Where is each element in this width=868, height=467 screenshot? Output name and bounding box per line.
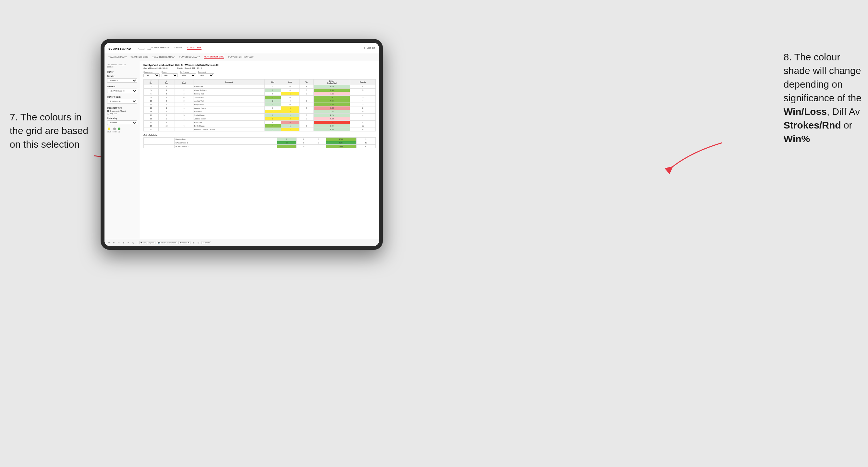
subnav-team-summary[interactable]: TEAM SUMMARY	[108, 55, 127, 59]
table-row: 5 2 2 Alexis Sudjianto 1 0 0 4.00 3	[144, 89, 376, 92]
toolbar-divider-1	[137, 241, 137, 245]
colour-by-section: Colour by Win/loss	[107, 117, 137, 126]
cell-conf: 4	[175, 96, 193, 99]
subnav-player-h2h-grid[interactable]: PLAYER H2H GRID	[204, 55, 224, 59]
out-of-division-table: Foreign Team 1 0 0 4.500 2 NAIA Division…	[144, 137, 376, 148]
table-row: 9 1 4 Sharon Mun 3 0 0 3.67 3	[144, 96, 376, 99]
cell-div: 5	[144, 89, 159, 92]
gender-select[interactable]: Women's	[107, 78, 137, 83]
cut-btn[interactable]: ✂	[127, 241, 130, 244]
ood-cell-win: 1	[277, 137, 296, 141]
cell-diff: -0.94	[313, 117, 350, 121]
cell-diff: 4.00	[313, 89, 350, 92]
cell-tie: 0	[300, 128, 314, 131]
radio-top100[interactable]: Top 100	[107, 113, 137, 115]
last-updated: Last Updated: 27/03/2024 16:55:38	[107, 64, 137, 68]
watch-btn[interactable]: 👁 Watch ▾	[179, 241, 190, 244]
cell-reg: 3	[158, 92, 175, 96]
cell-rounds: 4	[350, 99, 376, 103]
nav-right: | Sign out	[364, 47, 375, 49]
subnav-player-h2h-heatmap[interactable]: PLAYER H2H HEATMAP	[228, 55, 253, 59]
undo2-btn[interactable]: ↩	[117, 241, 120, 244]
undo-btn[interactable]: ↩	[107, 241, 111, 244]
subnav-player-summary[interactable]: PLAYER SUMMARY	[179, 55, 200, 59]
nav-committee[interactable]: COMMITTEE	[187, 46, 202, 50]
cell-div: 13	[144, 106, 159, 110]
cell-diff: 3.67	[313, 96, 350, 99]
colour-by-label: Colour by	[107, 117, 137, 119]
cell-conf: 7	[175, 128, 193, 131]
cell-tie: 0	[300, 114, 314, 117]
nav-tournaments[interactable]: TOURNAMENTS	[151, 46, 169, 50]
ood-cell-loss: 0	[296, 141, 311, 145]
opponent-view-section: Opponent view Opponents Played Top 100	[107, 107, 137, 115]
view-original-btn[interactable]: 👁 View: Original	[139, 241, 155, 244]
cell-rounds: 2	[350, 106, 376, 110]
col-loss: Loss	[281, 80, 300, 85]
table-row: 20 11 7 Federica Domecq Lacroze 2 1 0 1.…	[144, 128, 376, 131]
cell-conf: 2	[175, 121, 193, 124]
clock-btn[interactable]: ◷	[131, 241, 135, 244]
legend-level: Level	[113, 128, 117, 133]
division-select[interactable]: NCAA Division III	[107, 89, 137, 93]
cell-conf: 4	[175, 110, 193, 114]
cell-div: 18	[144, 121, 159, 124]
cell-win: 0	[265, 92, 281, 96]
cell-reg: 7	[158, 110, 175, 114]
cell-win: 1	[265, 103, 281, 106]
copy-btn[interactable]: ⊞	[122, 241, 125, 244]
subnav-team-h2h-grid[interactable]: TEAM H2H GRID	[131, 55, 149, 59]
cell-tie: 0	[300, 99, 314, 103]
region-filter-select[interactable]: (All)	[162, 73, 178, 77]
top-nav: SCOREBOARD Powered by clippd TOURNAMENTS…	[104, 43, 379, 53]
cell-win: 0	[265, 121, 281, 124]
player-rank-select[interactable]: 8. Katelyn Vo	[107, 99, 137, 103]
cell-loss: 1	[281, 92, 300, 96]
cell-tie: 0	[300, 103, 314, 106]
colour-by-select[interactable]: Win/loss	[107, 120, 137, 125]
cell-win: 2	[265, 99, 281, 103]
sidebar-player-title: Player	[107, 71, 137, 73]
radio-opponents-played[interactable]: Opponents Played	[107, 110, 137, 112]
cell-tie: 0	[300, 89, 314, 92]
filter-region: Region (All)	[162, 71, 178, 77]
layout-btn[interactable]: ⊞	[192, 241, 195, 244]
save-custom-view-btn[interactable]: 💾 Save Custom View	[157, 241, 177, 244]
watch-dropdown-icon: ▾	[188, 242, 189, 244]
cell-rounds: 3	[350, 89, 376, 92]
cell-opponent: Sydney Kuo	[193, 92, 265, 96]
cell-rounds: 4	[350, 114, 376, 117]
opponent-filter-select[interactable]: (All)	[198, 73, 214, 77]
legend: Down Level Up	[107, 128, 137, 133]
tablet-frame: SCOREBOARD Powered by clippd TOURNAMENTS…	[101, 39, 383, 250]
cell-reg: 2	[158, 117, 175, 121]
share-btn[interactable]: ↗ Share	[202, 241, 211, 244]
col-diff: Diff AvStrokes/Rnd	[313, 80, 350, 85]
ood-cell-rounds: 2	[356, 137, 375, 141]
cell-rounds: 3	[350, 96, 376, 99]
cell-rounds: 9	[350, 110, 376, 114]
nav-teams[interactable]: TEAMS	[174, 46, 183, 50]
sign-out-link[interactable]: Sign out	[367, 47, 375, 49]
cell-win: 2	[265, 128, 281, 131]
cell-diff: 1.25	[313, 114, 350, 117]
arrow-right-svg	[663, 139, 728, 172]
table-row: 11 5 2 Heejo Hyun 1 0 0 3.33 3	[144, 103, 376, 106]
col-win: Win	[265, 80, 281, 85]
cell-div: 11	[144, 103, 159, 106]
division-record: Division Record: 331 - 34 - 6	[177, 67, 202, 69]
opponents-filter-select[interactable]: (All)	[144, 73, 160, 77]
cell-div: 20	[144, 128, 159, 131]
cell-rounds: 11	[350, 124, 376, 128]
ood-cell-opponent: NCAA Division 2	[174, 145, 277, 148]
cell-win: 0	[265, 106, 281, 110]
out-of-division-label: Out of division	[144, 134, 376, 136]
table-row: 6 3 3 Sydney Kuo 0 1 0 -1.00	[144, 92, 376, 96]
subnav-team-h2h-heatmap[interactable]: TEAM H2H HEATMAP	[152, 55, 175, 59]
cell-win: 1	[265, 114, 281, 117]
cell-opponent: Euna Lee	[193, 121, 265, 124]
conference-filter-select[interactable]: (All)	[180, 73, 196, 77]
redo-btn[interactable]: ↻	[112, 241, 116, 244]
cell-rounds: 3	[350, 103, 376, 106]
grid-btn[interactable]: ⊟	[197, 241, 200, 244]
